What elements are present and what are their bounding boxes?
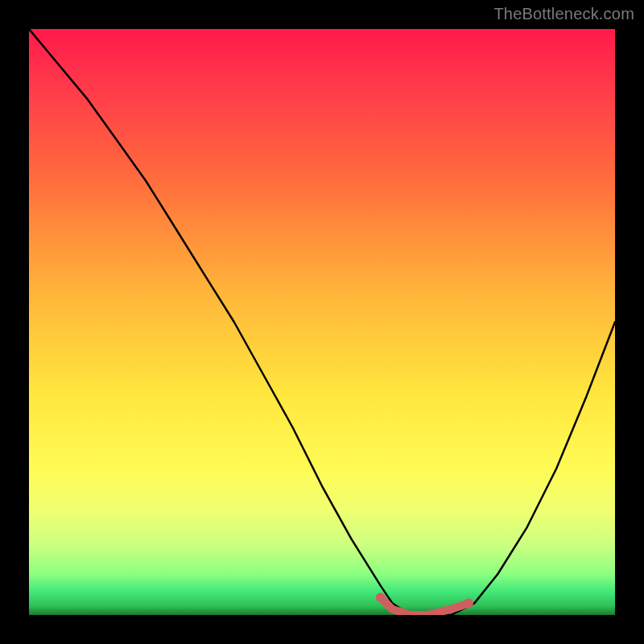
bottleneck-curve: [29, 29, 615, 615]
valley-dot-left: [376, 592, 386, 602]
valley-dot-right: [464, 598, 473, 608]
chart-container: TheBottleneck.com: [0, 0, 644, 644]
curve-svg: [29, 29, 615, 615]
attribution-text: TheBottleneck.com: [493, 5, 634, 23]
plot-area: [29, 29, 615, 615]
